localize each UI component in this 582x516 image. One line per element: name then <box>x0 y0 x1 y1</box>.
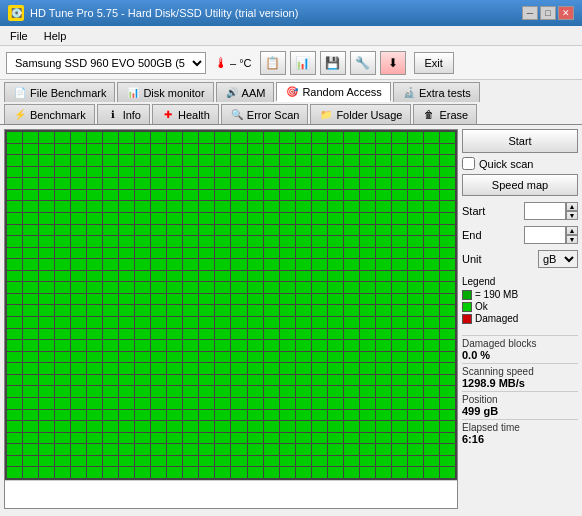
tab-folder-usage[interactable]: 📁 Folder Usage <box>310 104 411 124</box>
toolbar-btn-1[interactable]: 📋 <box>260 51 286 75</box>
grid-cell <box>135 363 150 374</box>
toolbar-btn-4[interactable]: 🔧 <box>350 51 376 75</box>
grid-cell <box>231 421 246 432</box>
grid-cell <box>103 352 118 363</box>
grid-cell <box>312 456 327 467</box>
grid-cell <box>280 236 295 247</box>
unit-row: Unit gB MB kB B <box>462 250 578 268</box>
grid-cell <box>135 144 150 155</box>
random-access-icon: 🎯 <box>285 85 299 99</box>
grid-cell <box>87 167 102 178</box>
grid-cell <box>7 236 22 247</box>
tab-file-benchmark[interactable]: 📄 File Benchmark <box>4 82 115 102</box>
grid-cell <box>424 248 439 259</box>
grid-cell <box>183 282 198 293</box>
legend-color-190mb <box>462 290 472 300</box>
grid-cell <box>296 225 311 236</box>
grid-cell <box>199 352 214 363</box>
end-spin-up[interactable]: ▲ <box>566 226 578 235</box>
grid-cell <box>248 386 263 397</box>
grid-cell <box>296 375 311 386</box>
grid-cell <box>264 155 279 166</box>
grid-cell <box>376 386 391 397</box>
grid-cell <box>183 305 198 316</box>
grid-cell <box>55 294 70 305</box>
tab-info[interactable]: ℹ Info <box>97 104 150 124</box>
grid-cell <box>183 375 198 386</box>
tab-aam[interactable]: 🔊 AAM <box>216 82 275 102</box>
grid-cell <box>264 363 279 374</box>
grid-cell <box>167 398 182 409</box>
toolbar-btn-3[interactable]: 💾 <box>320 51 346 75</box>
end-spin-down[interactable]: ▼ <box>566 235 578 244</box>
legend: Legend = 190 MB Ok Damaged <box>462 276 578 325</box>
grid-cell <box>408 363 423 374</box>
grid-cell <box>424 363 439 374</box>
grid-cell <box>392 340 407 351</box>
grid-cell <box>312 144 327 155</box>
drive-select[interactable]: Samsung SSD 960 EVO 500GB (500 gB) <box>6 52 206 74</box>
grid-cell <box>23 305 38 316</box>
tab-random-access[interactable]: 🎯 Random Access <box>276 82 390 102</box>
grid-cell <box>408 410 423 421</box>
grid-cell <box>440 259 455 270</box>
close-button[interactable]: ✕ <box>558 6 574 20</box>
grid-cell <box>296 433 311 444</box>
position-label: Position <box>462 394 578 405</box>
grid-cell <box>151 363 166 374</box>
end-input[interactable]: 500 <box>524 226 566 244</box>
start-spin-up[interactable]: ▲ <box>566 202 578 211</box>
start-button[interactable]: Start <box>462 129 578 153</box>
grid-cell <box>183 398 198 409</box>
grid-cell <box>103 144 118 155</box>
grid-cell <box>135 271 150 282</box>
tab-erase[interactable]: 🗑 Erase <box>413 104 477 124</box>
grid-cell <box>424 467 439 478</box>
grid-cell <box>440 248 455 259</box>
grid-cell <box>199 167 214 178</box>
tab-disk-monitor[interactable]: 📊 Disk monitor <box>117 82 213 102</box>
toolbar-btn-2[interactable]: 📊 <box>290 51 316 75</box>
maximize-button[interactable]: □ <box>540 6 556 20</box>
grid-cell <box>23 282 38 293</box>
grid-cell <box>151 259 166 270</box>
grid-cell <box>119 132 134 143</box>
grid-cell <box>215 410 230 421</box>
menu-help[interactable]: Help <box>40 29 71 43</box>
grid-cell <box>312 132 327 143</box>
grid-cell <box>167 190 182 201</box>
grid-cell <box>376 467 391 478</box>
grid-cell <box>183 225 198 236</box>
speed-map-button[interactable]: Speed map <box>462 174 578 196</box>
tab-benchmark[interactable]: ⚡ Benchmark <box>4 104 95 124</box>
exit-button[interactable]: Exit <box>414 52 454 74</box>
grid-cell <box>231 190 246 201</box>
grid-cell <box>103 201 118 212</box>
grid-cell <box>392 190 407 201</box>
grid-cell <box>360 190 375 201</box>
grid-cell <box>231 363 246 374</box>
start-spin-down[interactable]: ▼ <box>566 211 578 220</box>
tab-health[interactable]: ✚ Health <box>152 104 219 124</box>
tab-error-scan[interactable]: 🔍 Error Scan <box>221 104 309 124</box>
grid-cell <box>151 329 166 340</box>
elapsed-time-value: 6:16 <box>462 433 578 445</box>
toolbar-btn-5[interactable]: ⬇ <box>380 51 406 75</box>
grid-cell <box>135 398 150 409</box>
minimize-button[interactable]: ─ <box>522 6 538 20</box>
grid-cell <box>408 271 423 282</box>
unit-select[interactable]: gB MB kB B <box>538 250 578 268</box>
grid-cell <box>344 213 359 224</box>
menu-file[interactable]: File <box>6 29 32 43</box>
grid-cell <box>39 305 54 316</box>
grid-cell <box>248 201 263 212</box>
grid-cell <box>55 305 70 316</box>
grid-cell <box>167 363 182 374</box>
temp-value: – °C <box>230 57 252 69</box>
start-input[interactable]: 0 <box>524 202 566 220</box>
grid-cell <box>167 225 182 236</box>
quick-scan-checkbox[interactable] <box>462 157 475 170</box>
grid-cell <box>392 433 407 444</box>
tab-extra-tests[interactable]: 🔬 Extra tests <box>393 82 480 102</box>
grid-cell <box>39 352 54 363</box>
